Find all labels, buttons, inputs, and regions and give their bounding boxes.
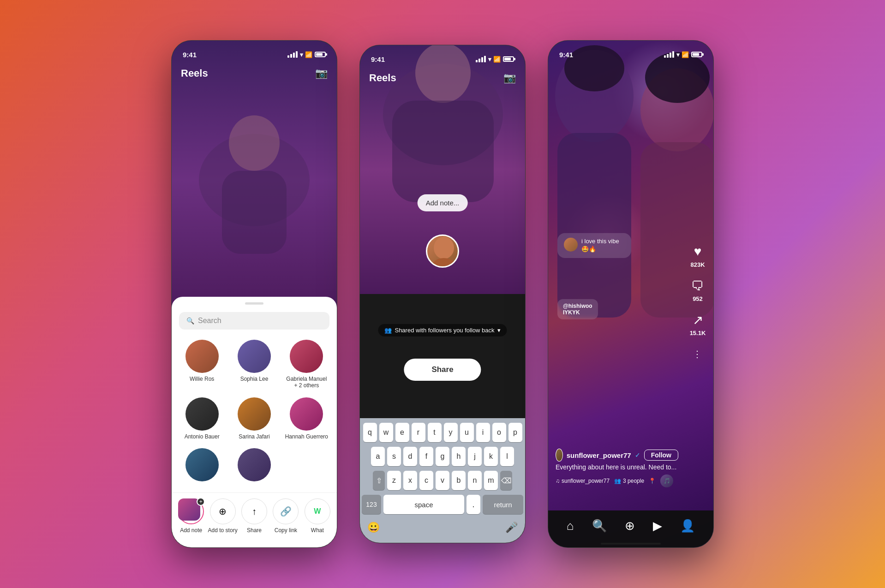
battery-icon-2	[503, 56, 514, 62]
add-note-icon-circle: +	[178, 498, 204, 524]
key-j[interactable]: j	[468, 447, 482, 466]
key-z[interactable]: z	[387, 471, 401, 490]
key-f[interactable]: f	[419, 447, 433, 466]
more-button[interactable]: ⋮	[689, 346, 706, 362]
key-v[interactable]: v	[436, 471, 449, 490]
camera-icon-2[interactable]: 📷	[503, 72, 516, 84]
right-actions: ♥ 823K 🗨 952 ↗ 15.1K ⋮	[689, 243, 706, 362]
person-illustration-1	[194, 106, 314, 254]
status-time-3: 9:41	[559, 51, 573, 59]
search-input[interactable]: Search	[198, 317, 221, 325]
nav-reels[interactable]: ▶	[653, 519, 662, 533]
nav-home[interactable]: ⌂	[567, 519, 574, 533]
contact-row3a[interactable]	[177, 445, 227, 487]
followers-text: Shared with followers you follow back	[395, 327, 494, 334]
key-d[interactable]: d	[403, 447, 417, 466]
key-p[interactable]: p	[508, 423, 522, 442]
follow-button[interactable]: Follow	[644, 450, 678, 461]
key-w[interactable]: w	[379, 423, 393, 442]
key-m[interactable]: m	[484, 471, 498, 490]
key-k[interactable]: k	[484, 447, 498, 466]
camera-icon-1[interactable]: 📷	[315, 67, 328, 79]
heart-icon: ♥	[689, 243, 706, 260]
contact-willie[interactable]: Willie Ros	[177, 337, 227, 392]
key-b[interactable]: b	[452, 471, 466, 490]
key-l[interactable]: l	[500, 447, 514, 466]
mention-username: @hishiwoo	[563, 303, 592, 309]
share-icon: ↑	[241, 498, 267, 524]
contact-antonio[interactable]: Antonio Bauer	[177, 395, 227, 443]
phone-1: 9:41 ▾ 📶 Reels 📷	[171, 40, 337, 548]
add-note-label: Add note	[180, 527, 202, 534]
key-i[interactable]: i	[476, 423, 490, 442]
note-bubble[interactable]: Add note...	[418, 194, 468, 211]
reels-title-2: Reels	[369, 72, 396, 84]
comment-button[interactable]: 🗨 952	[689, 277, 706, 302]
shares-count: 15.1K	[690, 330, 706, 336]
contact-sarina[interactable]: Sarina Jafari	[229, 395, 279, 443]
nav-search[interactable]: 🔍	[592, 519, 607, 533]
key-g[interactable]: g	[436, 447, 449, 466]
comments-count: 952	[693, 295, 703, 302]
share-button-2[interactable]: Share	[404, 359, 481, 381]
phone-3: 9:41 ▾ 📶 i love this vibe 🤩🔥 @his	[548, 40, 714, 548]
key-c[interactable]: c	[419, 471, 433, 490]
comment-bubble-1: i love this vibe 🤩🔥	[557, 233, 631, 258]
share-button-3[interactable]: ↗ 15.1K	[689, 312, 706, 336]
contacts-grid: Willie Ros Sophia Lee Gabriela Manuel+ 2…	[172, 337, 337, 487]
svg-point-1	[229, 115, 280, 171]
key-period[interactable]: .	[466, 495, 480, 514]
sheet-handle	[245, 302, 263, 305]
key-e[interactable]: e	[395, 423, 409, 442]
followers-notice[interactable]: 👥 Shared with followers you follow back …	[378, 324, 507, 336]
action-what[interactable]: W What	[302, 498, 333, 534]
people-icon: 👥	[614, 478, 621, 484]
key-n[interactable]: n	[468, 471, 482, 490]
svg-point-6	[434, 237, 454, 259]
key-a[interactable]: a	[371, 447, 385, 466]
action-row: + Add note ⊕ Add to story ↑ Share 🔗 C	[172, 492, 337, 534]
contact-row3b[interactable]	[229, 445, 279, 487]
key-return[interactable]: return	[483, 495, 523, 514]
contact-hannah[interactable]: Hannah Guerrero	[282, 395, 331, 443]
nav-profile[interactable]: 👤	[680, 519, 695, 533]
key-123[interactable]: 123	[362, 495, 381, 514]
key-shift[interactable]: ⇧	[373, 471, 385, 490]
key-x[interactable]: x	[403, 471, 417, 490]
reel-username-row: sunflower_power77 ✓ Follow	[556, 449, 678, 462]
key-u[interactable]: u	[460, 423, 474, 442]
avatar-gabriela	[290, 340, 323, 373]
key-s[interactable]: s	[387, 447, 401, 466]
key-y[interactable]: y	[444, 423, 458, 442]
key-r[interactable]: r	[412, 423, 425, 442]
signal-icon-2	[476, 56, 486, 62]
music-tag: ♫ sunflower_power77	[556, 478, 610, 484]
key-space[interactable]: space	[383, 495, 464, 514]
contact-name-hannah: Hannah Guerrero	[285, 433, 328, 440]
user-avatar-center	[426, 234, 459, 268]
mic-key[interactable]: 🎤	[505, 522, 518, 534]
action-add-story[interactable]: ⊕ Add to story	[207, 498, 238, 534]
key-o[interactable]: o	[492, 423, 506, 442]
contact-gabriela[interactable]: Gabriela Manuel+ 2 others	[282, 337, 331, 392]
signal-icon-3	[664, 51, 674, 58]
key-delete[interactable]: ⌫	[500, 471, 512, 490]
search-bar[interactable]: 🔍 Search	[179, 312, 329, 330]
reel-tags: ♫ sunflower_power77 👥 3 people 📍 🎵	[556, 474, 678, 487]
like-button[interactable]: ♥ 823K	[689, 243, 706, 268]
key-h[interactable]: h	[452, 447, 466, 466]
action-add-note[interactable]: + Add note	[175, 498, 207, 534]
avatar-willie	[185, 340, 219, 373]
action-share[interactable]: ↑ Share	[239, 498, 270, 534]
key-q[interactable]: q	[363, 423, 377, 442]
emoji-key[interactable]: 😀	[367, 522, 380, 534]
status-bar-2: 9:41 ▾ 📶	[360, 45, 525, 67]
nav-create[interactable]: ⊕	[625, 519, 635, 533]
music-note-icon: ♫	[556, 478, 560, 484]
status-icons-1: ▾ 📶	[287, 51, 326, 58]
plus-badge: +	[197, 498, 205, 506]
action-copy-link[interactable]: 🔗 Copy link	[270, 498, 301, 534]
contact-sophia[interactable]: Sophia Lee	[229, 337, 279, 392]
note-placeholder-text: Add note...	[426, 199, 460, 207]
key-t[interactable]: t	[428, 423, 442, 442]
